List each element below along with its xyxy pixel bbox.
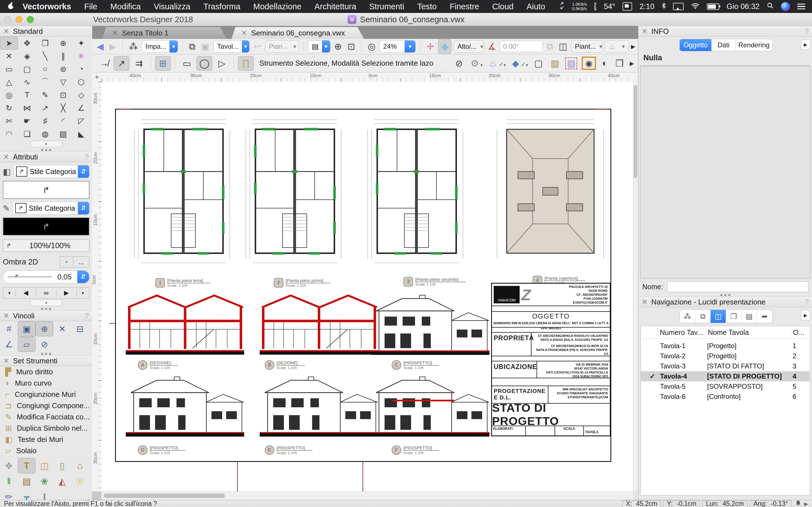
contrast-icon[interactable]: ◐ [601, 58, 609, 68]
zoom-icon[interactable]: ◎ [366, 41, 377, 52]
help-icon[interactable]: ? [85, 312, 89, 320]
mode-polygon-lasso-icon[interactable]: ▷ [214, 56, 230, 71]
tool-guide[interactable]: ✳ [72, 50, 90, 62]
forward-icon[interactable]: ▶ [108, 41, 118, 52]
layers-icon[interactable]: ⧉ [187, 41, 197, 52]
vertical-scrollbar-thumb[interactable] [634, 85, 637, 178]
tool-triangle[interactable]: △ [0, 75, 18, 89]
tool-arc[interactable]: ◔ [72, 62, 90, 75]
tool-move-page[interactable]: ❐ [36, 37, 54, 50]
preview-off-icon[interactable]: ⊘ [453, 58, 464, 69]
viewport-label-d[interactable]: D[PROSPETTO]Scala: 1:100 [138, 445, 186, 455]
toolbar-overflow-icon[interactable]: ▶ [630, 60, 634, 67]
tool-offset[interactable]: ∠ [72, 101, 90, 114]
viewport-label-2[interactable]: 2[Pianta piano primo]Scala: 1:100 [274, 278, 331, 288]
constraint-smart-edge[interactable]: ▱ [18, 337, 36, 352]
viewport-plan-copertura[interactable] [497, 120, 604, 259]
page-view-dropdown[interactable]: ▤▾ [308, 40, 330, 53]
name-input[interactable] [667, 281, 808, 292]
toolset-item-solaio[interactable]: ▱Solaio [0, 445, 92, 456]
info-palette-header[interactable]: ✕ INFO ? [638, 26, 812, 37]
tab-rendering[interactable]: Rendering [735, 39, 772, 51]
constraint-edge-snap[interactable]: ⊟ [71, 321, 89, 336]
fit-selection-icon[interactable]: ⊡ [346, 41, 357, 52]
minimize-window-button[interactable] [15, 16, 22, 23]
tool-locus[interactable]: ✕ [0, 50, 18, 62]
toolset-furniture[interactable]: ▤ [18, 473, 36, 489]
nav-viewports-icon[interactable]: ❒ [726, 310, 741, 323]
tab-oggetto[interactable]: Oggetto [680, 39, 711, 51]
constraint-object-snap[interactable]: ▣ [18, 321, 36, 336]
viewport-prospetto-d[interactable] [126, 377, 244, 437]
shadow-options-button[interactable]: ... [73, 257, 89, 267]
title-block[interactable]: VideoCOM Z PIAZZALE ARCHITETTI 18 00100 … [491, 283, 611, 436]
palette-drag-handle[interactable] [0, 307, 92, 311]
vincoli-palette-header[interactable]: ✕ Vincoli ? [0, 311, 92, 321]
tool-corner[interactable]: ◣ [72, 127, 90, 140]
mode-lasso-icon[interactable]: ◯ [197, 56, 212, 71]
tool-blend[interactable]: ◍ [36, 127, 54, 140]
viewport-prospetto-e[interactable] [260, 377, 378, 437]
tool-arc-by-points[interactable]: ◠ [0, 127, 18, 140]
back-icon[interactable]: ◀ [95, 41, 105, 52]
stepper-icon[interactable]: ⇵ [78, 165, 89, 178]
mode-handle-icon[interactable]: ⊞ [155, 56, 171, 71]
apple-menu-icon[interactable] [7, 2, 14, 11]
table-row-tavola-4-selected[interactable]: ✓Tavola-4[STATO DI PROGETTO]4 [641, 371, 809, 381]
tool-duplicate[interactable]: ❏ [18, 127, 36, 140]
tool-regular-polygon[interactable]: ⬡ [72, 75, 90, 89]
palette-drag-handle[interactable] [638, 293, 812, 297]
sheet-page[interactable]: 1[Pianta piano terra]Scala: 1:100 2[Pian… [115, 109, 611, 462]
attr-menu-right-button[interactable]: ▾ [77, 290, 89, 296]
tool-move-by-points[interactable]: ↗ [36, 101, 54, 114]
tool-extrude[interactable]: ◈ [18, 50, 36, 62]
coord-x[interactable]: X:45,2cm [622, 500, 661, 507]
notification-center-icon[interactable] [797, 4, 805, 9]
zoom-level-dropdown[interactable]: 24%▾ [379, 40, 416, 53]
section-style-icon[interactable]: ▨ [549, 58, 561, 69]
tool-polyline[interactable]: ⌒ [36, 75, 54, 89]
tool-freehand[interactable]: ∿ [18, 75, 36, 89]
menu-item-file[interactable]: File [84, 2, 97, 11]
viewport-label-1[interactable]: 1[Pianta piano terra]Scala: 1:100 [155, 278, 210, 288]
vertical-scrollbar[interactable] [633, 82, 638, 492]
network-speed[interactable]: 1.0KB/s 0.5KB/s [572, 2, 587, 11]
toolset-materials[interactable]: ǁ [0, 473, 18, 489]
viewport-label-3[interactable]: 3[Pianta piano secondo]Scala: 1:100 [403, 277, 466, 286]
tool-polygon[interactable]: ▽ [54, 75, 72, 89]
mode-select-single-icon[interactable]: ↗ [114, 56, 130, 71]
viewport-sezione-a[interactable] [126, 295, 244, 355]
tool-circle[interactable]: ○ [36, 62, 54, 75]
info-overflow-icon[interactable]: ▶ [801, 40, 810, 50]
nav-references-icon[interactable]: ➦ [757, 310, 772, 323]
siri-icon[interactable] [781, 2, 790, 11]
close-window-button[interactable] [4, 16, 11, 23]
attr-next-button[interactable]: ▶ [56, 289, 77, 297]
close-icon[interactable]: ✕ [642, 27, 647, 35]
toolset-item-congiunzione-muri[interactable]: ⌐Congiunzione Muri [0, 389, 92, 400]
fit-page-icon[interactable]: ⊕ [333, 41, 344, 52]
viewport-label-c[interactable]: C[PROSPETTO]Scala: 1:100 [392, 360, 439, 370]
attr-menu-left-button[interactable]: ▾ [3, 290, 16, 296]
layout-mode-icon[interactable]: ◫ [557, 41, 569, 52]
toolset-move-icons[interactable]: ✥ [0, 458, 18, 473]
tool-mirror[interactable]: ⋈ [18, 101, 36, 114]
navigazione-palette-header[interactable]: ✕ Navigazione - Lucidi presentazione ? [638, 297, 812, 307]
viewport-sezione-b[interactable] [260, 295, 378, 355]
tool-fillet[interactable]: ◜ [54, 114, 72, 127]
table-row-tavola-1[interactable]: Tavola-1[Progetto]1 [645, 341, 809, 351]
standard-palette-header[interactable]: ✕ Standard [0, 26, 92, 37]
close-icon[interactable]: ✕ [642, 298, 647, 306]
tab-seminario-consegna[interactable]: ✕ Seminario 06_consegna.vwx [232, 27, 364, 39]
tab-dati[interactable]: Dati [711, 39, 735, 51]
tool-text[interactable]: T [18, 89, 36, 101]
fill-style-dropdown[interactable]: ↱ Stile Categoria ⇵ [13, 165, 89, 178]
constraint-angle-snap[interactable]: ∠ [0, 337, 18, 352]
render-settings-icon[interactable]: ♨✓▾ [487, 58, 506, 69]
viewbar-overflow-icon[interactable]: ▶ [631, 43, 635, 50]
palette-drag-handle[interactable] [0, 148, 92, 152]
horizontal-scrollbar-thumb[interactable] [104, 494, 225, 498]
view-settings-icon[interactable]: ◆✓▾ [510, 58, 528, 69]
rotation-angle-input[interactable] [500, 41, 543, 52]
toolset-house[interactable]: ⌂ [71, 458, 89, 473]
